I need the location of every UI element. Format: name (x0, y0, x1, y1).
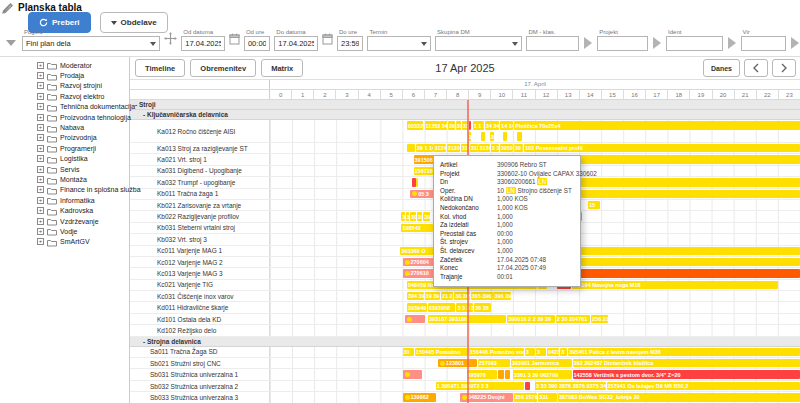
sidebar-item-programerji[interactable]: +Programerji (0, 143, 129, 153)
expand-plus-icon[interactable]: + (37, 124, 44, 131)
gantt-group-row[interactable]: - Stroji (130, 100, 800, 110)
gantt-bar[interactable]: 1 395971 395972 3 3 (436, 382, 524, 390)
gantt-bar[interactable]: 14 1411 (500, 121, 513, 130)
sidebar-item-razvoj-strojni[interactable]: +Razvoj strojni (0, 81, 129, 91)
expand-plus-icon[interactable]: + (37, 114, 44, 121)
gantt-bar[interactable]: 39 395 (514, 144, 523, 152)
prev-day-button[interactable] (744, 59, 768, 77)
gantt-bar[interactable] (416, 178, 418, 186)
gantt-bar[interactable]: 30 (490, 132, 494, 141)
gantt-bar[interactable]: 30 (410, 212, 416, 220)
gantt-group-row[interactable]: - Ključavničarska delavnica (130, 110, 800, 120)
expand-plus-icon[interactable]: + (37, 207, 44, 214)
gantt-bar[interactable]: 221194 Navojna noga M16 (572, 281, 778, 289)
gantt-bar[interactable]: 139862 (403, 393, 436, 401)
gantt-bar[interactable]: 39 (423, 212, 430, 220)
edit-pencil-icon[interactable] (1, 1, 14, 19)
sidebar-item-smartgv[interactable]: +SmArtGV (0, 237, 129, 247)
gantt-bar[interactable]: 390016 2 2 39 39 (507, 315, 555, 323)
gantt-bar[interactable]: 30 (417, 212, 423, 220)
gantt-bar[interactable]: 393901 Jarmonica (511, 359, 572, 367)
gantt-bar[interactable]: 387083 BoWex SG32_luknja 30 (558, 393, 800, 401)
gantt-bar[interactable]: 3 (525, 348, 535, 356)
gantt-bar[interactable]: 331 (538, 393, 557, 401)
sidebar-item-kadrovska[interactable]: +Kadrovska (0, 205, 129, 215)
expand-plus-icon[interactable]: + (37, 72, 44, 79)
gantt-bar[interactable]: 113527 (425, 121, 440, 130)
gantt-bar[interactable]: 395461 Palica z levim navojem M36 (568, 348, 800, 356)
gantt-bar[interactable] (407, 144, 415, 152)
expand-plus-icon[interactable]: + (37, 166, 44, 173)
gantt-bar[interactable]: 257941 Os ležajev D9 M6 B50,2 (607, 382, 800, 390)
gantt-bar[interactable]: 393949 (407, 303, 427, 311)
sidebar-item-logistika[interactable]: +Logistika (0, 154, 129, 164)
sidebar-item-moderator[interactable]: +Moderator (0, 60, 129, 70)
vir-input[interactable] (741, 36, 786, 51)
gantt-bar[interactable] (503, 132, 507, 141)
calendar-icon[interactable] (229, 31, 240, 49)
gantt-bar[interactable]: 31393 (478, 144, 489, 152)
gantt-bar[interactable]: 256 2134 3 3 (591, 315, 608, 323)
pogled-select[interactable]: Fini plan dela (22, 36, 160, 51)
vir-lookup-icon[interactable] (791, 37, 799, 49)
gantt-bar[interactable]: 3 (560, 348, 567, 356)
gantt-bar[interactable]: 21 21 (441, 292, 453, 300)
expand-plus-icon[interactable]: + (37, 82, 44, 89)
gantt-bar[interactable] (405, 315, 425, 323)
projekt-input[interactable] (597, 36, 648, 51)
gantt-bar[interactable]: 270604 (403, 258, 436, 266)
gantt-bar[interactable]: 1 1 1 1 2 (473, 121, 484, 130)
gantt-bar[interactable]: 3124 (433, 144, 445, 152)
gantt-bar[interactable]: 3 3 3 3 (456, 303, 473, 311)
gantt-bar[interactable]: 312060 (447, 144, 460, 152)
expand-plus-icon[interactable]: + (37, 145, 44, 152)
gantt-bar[interactable] (517, 132, 521, 141)
today-button[interactable]: Danes (703, 59, 740, 77)
gantt-bar[interactable]: 05 3 (410, 190, 434, 198)
dm-klas-input[interactable] (526, 36, 579, 51)
sidebar-item-vzdr-evanje[interactable]: +Vzdrževanje (0, 216, 129, 226)
expand-plus-icon[interactable]: + (37, 238, 44, 245)
gantt-bar[interactable]: 30 (456, 121, 461, 130)
gantt-bar[interactable]: 3 (401, 212, 404, 220)
gantt-bar[interactable] (403, 370, 423, 378)
sidebar-item-proizvodnja[interactable]: +Proizvodnja (0, 133, 129, 143)
sidebar-item-nabava[interactable]: +Nabava (0, 122, 129, 132)
gantt-bar[interactable]: 142558 Verižnik s pestom dvor. 3/4" Z=20 (573, 370, 800, 378)
gantt-bar[interactable]: 394 394 (407, 292, 424, 300)
gantt-bar[interactable]: 39 1 14 3 (416, 144, 433, 152)
gantt-bar[interactable]: 365 396 (471, 292, 493, 300)
ident-lookup-icon[interactable] (728, 37, 736, 49)
gantt-bar[interactable]: 395976 (467, 370, 498, 378)
gantt-bar[interactable]: 150446 Pomožno vodilo (469, 348, 524, 356)
gantt-bar[interactable]: 103 Povezovalni profil (524, 144, 800, 152)
gantt-bar[interactable]: 0423 (547, 348, 559, 356)
sidebar-item-proizvodna-tehnologija[interactable]: +Proizvodna tehnologija (0, 112, 129, 122)
gantt-bar[interactable]: 392 392487 Distančnik blažilca (573, 359, 800, 367)
gantt-bar[interactable]: 3950 3950 (500, 144, 513, 152)
expand-plus-icon[interactable]: + (37, 228, 44, 235)
gantt-bar[interactable]: 39 39 (425, 292, 440, 300)
gantt-bar[interactable]: 15 (588, 201, 600, 209)
gantt-bar[interactable]: 3 (406, 212, 410, 220)
skupina-dm-select[interactable] (435, 36, 522, 51)
expand-plus-icon[interactable]: + (37, 197, 44, 204)
expand-plus-icon[interactable]: + (37, 62, 44, 69)
gantt-bar[interactable] (498, 370, 504, 378)
ident-input[interactable] (666, 36, 722, 51)
sidebar-item-razvoj-elektro[interactable]: +Razvoj elektro (0, 91, 129, 101)
gantt-bar[interactable]: 34 34103 (485, 121, 500, 130)
gantt-bar[interactable]: 150445 Pomožno (415, 348, 468, 356)
gantt-bar[interactable]: 123801 (438, 359, 477, 367)
expand-plus-icon[interactable]: + (37, 103, 44, 110)
gantt-bar[interactable] (505, 370, 510, 378)
gantt-bar[interactable]: 3 33 390 3876 3876 0375 340 (535, 382, 606, 390)
gantt-bar[interactable] (481, 132, 485, 141)
sidebar-item-monta-a[interactable]: +Montaža (0, 174, 129, 184)
gantt-bar[interactable]: 3361 3 39 062709 (513, 370, 572, 378)
move-handle-icon[interactable] (164, 31, 177, 49)
gantt-bar[interactable]: 270610 (403, 269, 436, 277)
sidebar-item-vodje[interactable]: +Vodje (0, 226, 129, 236)
gantt-bar[interactable]: 396 395 (493, 292, 510, 300)
gantt-bar[interactable] (525, 382, 530, 390)
